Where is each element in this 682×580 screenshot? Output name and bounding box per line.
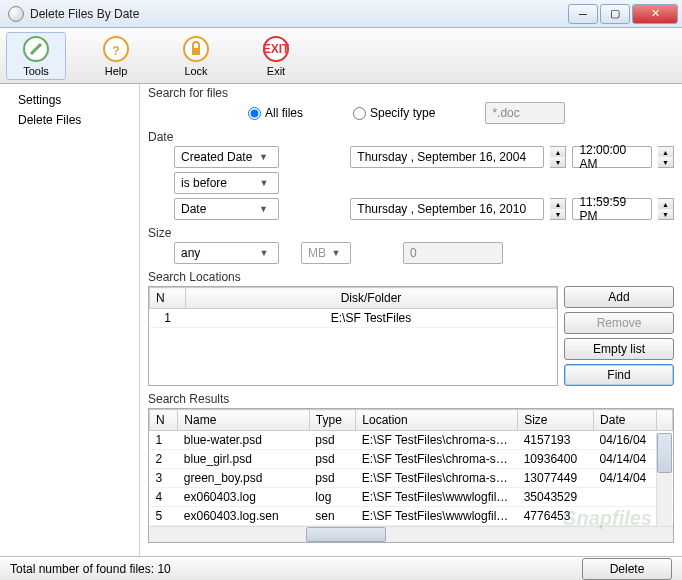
exit-label: Exit — [249, 65, 303, 77]
table-row[interactable]: 1E:\SF TestFiles — [150, 309, 557, 328]
main-panel: Search for files All files Specify type … — [140, 84, 682, 556]
locations-col-n[interactable]: N — [150, 288, 186, 309]
toolbar: Tools ? Help Lock EXIT Exit — [0, 28, 682, 84]
find-button[interactable]: Find — [564, 364, 674, 386]
chevron-down-icon: ▼ — [256, 178, 272, 188]
window-title: Delete Files By Date — [30, 7, 568, 21]
date-op-combo[interactable]: is before▼ — [174, 172, 279, 194]
results-group-label: Search Results — [148, 392, 674, 406]
chevron-down-icon: ▼ — [256, 204, 272, 214]
lock-button[interactable]: Lock — [166, 32, 226, 80]
results-col-date[interactable]: Date — [594, 410, 657, 431]
sidebar-item-delete-files[interactable]: Delete Files — [0, 110, 139, 130]
empty-list-button[interactable]: Empty list — [564, 338, 674, 360]
table-row[interactable]: 4ex060403.loglogE:\SF TestFiles\wwwlogfi… — [150, 488, 673, 507]
size-value-input[interactable]: 0 — [403, 242, 503, 264]
svg-text:?: ? — [112, 44, 119, 58]
search-files-label: Search for files — [148, 86, 674, 100]
date2-spinner[interactable]: ▲▼ — [550, 198, 566, 220]
chevron-down-icon: ▼ — [256, 248, 272, 258]
locations-table: N Disk/Folder 1E:\SF TestFiles — [148, 286, 558, 386]
svg-rect-5 — [192, 48, 200, 55]
sidebar-item-settings[interactable]: Settings — [0, 90, 139, 110]
results-col-size[interactable]: Size — [518, 410, 594, 431]
app-icon — [8, 6, 24, 22]
table-row[interactable]: 5ex060403.log.sensenE:\SF TestFiles\wwwl… — [150, 507, 673, 526]
time2-spinner[interactable]: ▲▼ — [658, 198, 674, 220]
footer: Total number of found files: 10 Delete — [0, 556, 682, 580]
help-button[interactable]: ? Help — [86, 32, 146, 80]
close-button[interactable]: ✕ — [632, 4, 678, 24]
date1-spinner[interactable]: ▲▼ — [550, 146, 566, 168]
results-table: N Name Type Location Size Date 1blue-wat… — [148, 408, 674, 543]
chevron-down-icon: ▼ — [328, 248, 344, 258]
specify-type-radio[interactable]: Specify type — [353, 106, 435, 120]
type-pattern-input[interactable]: *.doc — [485, 102, 565, 124]
size-mode-combo[interactable]: any▼ — [174, 242, 279, 264]
locations-group-label: Search Locations — [148, 270, 674, 284]
maximize-button[interactable]: ▢ — [600, 4, 630, 24]
exit-icon: EXIT — [262, 35, 290, 63]
specify-type-label: Specify type — [370, 106, 435, 120]
pencil-icon — [22, 35, 50, 63]
sidebar: Settings Delete Files — [0, 84, 140, 556]
titlebar: Delete Files By Date ─ ▢ ✕ — [0, 0, 682, 28]
size-unit-combo[interactable]: MB▼ — [301, 242, 351, 264]
date-field-combo[interactable]: Created Date▼ — [174, 146, 279, 168]
results-col-type[interactable]: Type — [309, 410, 356, 431]
all-files-radio[interactable]: All files — [248, 106, 303, 120]
chevron-down-icon: ▼ — [256, 152, 272, 162]
tools-button[interactable]: Tools — [6, 32, 66, 80]
lock-icon — [182, 35, 210, 63]
table-row[interactable]: 2blue_girl.psdpsdE:\SF TestFiles\chroma-… — [150, 450, 673, 469]
time2-picker[interactable]: 11:59:59 PM — [572, 198, 652, 220]
date2-picker[interactable]: Thursday , September 16, 2010 — [350, 198, 544, 220]
remove-button[interactable]: Remove — [564, 312, 674, 334]
add-button[interactable]: Add — [564, 286, 674, 308]
time1-picker[interactable]: 12:00:00 AM — [572, 146, 652, 168]
locations-col-path[interactable]: Disk/Folder — [186, 288, 557, 309]
results-scrollbar-v[interactable] — [656, 433, 672, 527]
help-label: Help — [89, 65, 143, 77]
minimize-button[interactable]: ─ — [568, 4, 598, 24]
lock-label: Lock — [169, 65, 223, 77]
all-files-label: All files — [265, 106, 303, 120]
question-icon: ? — [102, 35, 130, 63]
delete-button[interactable]: Delete — [582, 558, 672, 580]
time1-spinner[interactable]: ▲▼ — [658, 146, 674, 168]
results-scrollbar-h[interactable] — [149, 526, 673, 542]
results-col-n[interactable]: N — [150, 410, 178, 431]
date1-picker[interactable]: Thursday , September 16, 2004 — [350, 146, 544, 168]
svg-text:EXIT: EXIT — [263, 42, 289, 56]
results-col-name[interactable]: Name — [178, 410, 310, 431]
results-col-location[interactable]: Location — [356, 410, 518, 431]
date-group-label: Date — [148, 130, 674, 144]
exit-button[interactable]: EXIT Exit — [246, 32, 306, 80]
size-group-label: Size — [148, 226, 674, 240]
table-row[interactable]: 1blue-water.psdpsdE:\SF TestFiles\chroma… — [150, 431, 673, 450]
total-files-text: Total number of found files: 10 — [10, 562, 171, 576]
date-against-combo[interactable]: Date▼ — [174, 198, 279, 220]
tools-label: Tools — [9, 65, 63, 77]
table-row[interactable]: 3green_boy.psdpsdE:\SF TestFiles\chroma-… — [150, 469, 673, 488]
